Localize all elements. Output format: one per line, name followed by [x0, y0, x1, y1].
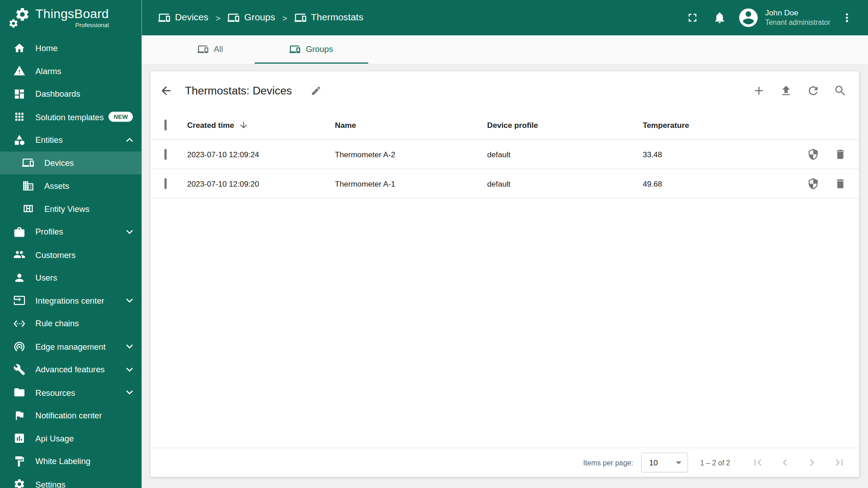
person-icon: [13, 272, 25, 284]
breadcrumb-thermostats[interactable]: Thermostats: [294, 12, 363, 24]
sidebar-item-settings[interactable]: Settings: [0, 473, 142, 488]
sidebar-item-label: Entities: [35, 135, 62, 145]
sidebar-item-customers[interactable]: Customers: [0, 243, 142, 266]
tab-groups[interactable]: Groups: [255, 35, 368, 63]
sidebar-item-resources[interactable]: Resources: [0, 381, 142, 404]
app-window: ThingsBoard Professional Home Alarms Das…: [0, 0, 868, 488]
table-row[interactable]: 2023-07-10 12:09:24 Thermometer A-2 defa…: [151, 140, 859, 169]
edit-title-button[interactable]: [305, 80, 327, 102]
upload-icon: [779, 84, 793, 97]
sidebar-item-label: White Labeling: [35, 457, 90, 466]
notifications-button[interactable]: [709, 7, 731, 29]
sidebar-item-edge-management[interactable]: Edge management: [0, 335, 142, 358]
arrow-down-icon: [239, 120, 249, 130]
sidebar-item-dashboards[interactable]: Dashboards: [0, 82, 142, 105]
breadcrumb-label: Thermostats: [311, 12, 363, 23]
sidebar-item-alarms[interactable]: Alarms: [0, 60, 142, 83]
import-button[interactable]: [775, 80, 797, 102]
sidebar-item-advanced-features[interactable]: Advanced features: [0, 358, 142, 381]
cell-name: Thermometer A-1: [335, 179, 487, 188]
breadcrumb-label: Groups: [244, 12, 275, 23]
sidebar-item-integrations-center[interactable]: Integrations center: [0, 289, 142, 312]
thingsboard-gears-icon: [8, 6, 31, 29]
delete-button[interactable]: [829, 143, 851, 165]
sidebar-item-profiles[interactable]: Profiles: [0, 220, 142, 243]
breadcrumb-devices[interactable]: Devices: [158, 12, 208, 24]
sidebar-item-home[interactable]: Home: [0, 37, 142, 60]
previous-page-button[interactable]: [774, 451, 796, 474]
paginator: Items per page: 10 1 – 2 of 2: [151, 448, 859, 477]
cell-created-time: 2023-07-10 12:09:20: [187, 179, 335, 188]
sidebar-item-solution-templates[interactable]: Solution templates NEW: [0, 105, 142, 128]
flag-icon: [13, 409, 25, 422]
shield-icon: [807, 148, 819, 160]
security-button[interactable]: [802, 173, 824, 195]
add-icon: [752, 84, 765, 97]
sidebar-item-api-usage[interactable]: Api Usage: [0, 427, 142, 450]
view-quilt-icon: [22, 202, 34, 215]
wifi-tethering-icon: [13, 340, 25, 352]
people-icon: [13, 249, 25, 261]
refresh-button[interactable]: [802, 80, 824, 102]
back-arrow-icon: [160, 84, 173, 97]
row-checkbox[interactable]: [165, 149, 167, 160]
sidebar-nav: Home Alarms Dashboards Solution template…: [0, 35, 142, 488]
user-menu[interactable]: John Doe Tenant administrator: [737, 7, 830, 29]
sidebar-item-notification-center[interactable]: Notification center: [0, 404, 142, 427]
sidebar-item-users[interactable]: Users: [0, 266, 142, 289]
topbar-actions: John Doe Tenant administrator: [682, 7, 858, 29]
sidebar-item-label: Entity Views: [44, 204, 90, 214]
next-page-button[interactable]: [801, 451, 823, 474]
table-row[interactable]: 2023-07-10 12:09:20 Thermometer A-1 defa…: [151, 169, 859, 199]
select-all-checkbox[interactable]: [165, 119, 167, 130]
sidebar-item-label: Resources: [35, 388, 75, 397]
sidebar-item-label: Rule chains: [35, 319, 79, 328]
fullscreen-button[interactable]: [682, 7, 704, 29]
tab-all[interactable]: All: [166, 35, 255, 63]
next-page-icon: [806, 456, 819, 469]
add-entity-button[interactable]: [748, 80, 770, 102]
sidebar-item-white-labeling[interactable]: White Labeling: [0, 450, 142, 473]
sidebar-item-entity-views[interactable]: Entity Views: [0, 197, 142, 221]
back-button[interactable]: [155, 80, 177, 102]
devices-icon: [22, 157, 34, 169]
first-page-button[interactable]: [747, 451, 769, 474]
table-actions: [748, 80, 851, 102]
cell-created-time: 2023-07-10 12:09:24: [187, 150, 335, 159]
breadcrumb: Devices > Groups > Thermostats: [158, 12, 363, 24]
column-header-device-profile[interactable]: Device profile: [487, 120, 643, 129]
sidebar-item-rule-chains[interactable]: Rule chains: [0, 312, 142, 335]
devices-icon: [294, 12, 307, 24]
dashboard-icon: [13, 88, 25, 100]
column-label: Created time: [187, 120, 234, 129]
security-button[interactable]: [802, 143, 824, 165]
search-button[interactable]: [829, 80, 851, 102]
avatar-icon: [737, 7, 760, 29]
column-header-name[interactable]: Name: [335, 120, 487, 129]
avatar: [737, 7, 760, 29]
devices-icon: [158, 12, 170, 24]
delete-button[interactable]: [829, 173, 851, 195]
more-menu-button[interactable]: [836, 7, 858, 29]
items-per-page-select[interactable]: 10: [641, 453, 688, 473]
prev-page-icon: [778, 456, 792, 469]
breadcrumb-groups[interactable]: Groups: [228, 12, 275, 24]
sidebar-item-assets[interactable]: Assets: [0, 174, 142, 197]
sidebar-item-devices[interactable]: Devices: [0, 151, 142, 174]
delete-icon: [834, 148, 846, 160]
table-header-row: Created time Name Device profile Tempera…: [151, 110, 859, 140]
breadcrumb-label: Devices: [175, 12, 208, 23]
column-header-created-time[interactable]: Created time: [187, 120, 335, 130]
pencil-icon: [311, 85, 321, 96]
cell-temperature: 33.48: [643, 150, 778, 159]
app-title: ThingsBoard: [35, 8, 108, 20]
table-empty-space: [151, 199, 859, 448]
sidebar-item-label: Solution templates: [35, 112, 104, 122]
sidebar-item-label: Devices: [44, 158, 74, 168]
chevron-down-icon: [123, 340, 136, 353]
sidebar-item-entities[interactable]: Entities: [0, 128, 142, 151]
row-checkbox[interactable]: [165, 178, 167, 189]
devices-icon: [290, 43, 301, 54]
column-header-temperature[interactable]: Temperature: [643, 120, 778, 129]
last-page-button[interactable]: [828, 451, 850, 474]
